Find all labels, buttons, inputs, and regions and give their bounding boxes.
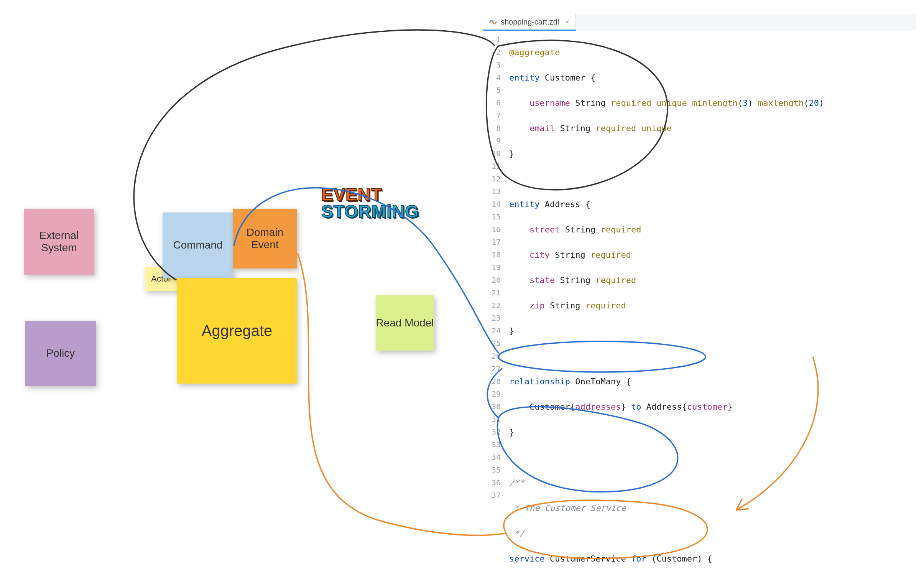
code-editor: shopping-cart.zdl × 1 2 3 4 5 6 7 8 9 10… bbox=[483, 14, 916, 562]
sticky-policy: Policy bbox=[25, 321, 96, 386]
sticky-label: Aggregate bbox=[202, 322, 273, 339]
sticky-command: Command bbox=[163, 213, 233, 278]
storming-text: STORMiNG bbox=[321, 203, 419, 220]
zenwave-icon bbox=[489, 18, 497, 26]
sticky-label: Command bbox=[173, 239, 222, 251]
sticky-label: Policy bbox=[46, 347, 75, 359]
sticky-aggregate: Aggregate bbox=[177, 278, 297, 384]
sticky-domain-event: Domain Event bbox=[233, 209, 297, 269]
line-number-gutter: 1 2 3 4 5 6 7 8 9 10 11 12 13 14 15 16 1… bbox=[483, 31, 505, 570]
editor-tabbar: shopping-cart.zdl × bbox=[483, 14, 916, 31]
sticky-label: Domain Event bbox=[233, 226, 297, 251]
sticky-external-system: External System bbox=[24, 209, 94, 275]
sticky-read-model: Read Model bbox=[376, 295, 434, 351]
sticky-label: Read Model bbox=[376, 317, 434, 329]
code-area[interactable]: @aggregate entity Customer { username St… bbox=[505, 31, 916, 570]
editor-tab-active[interactable]: shopping-cart.zdl × bbox=[483, 14, 576, 31]
event-text: EVENT bbox=[321, 186, 419, 203]
tab-filename: shopping-cart.zdl bbox=[501, 18, 559, 26]
event-storming-title: EVENT STORMiNG bbox=[321, 186, 419, 220]
close-icon[interactable]: × bbox=[565, 18, 569, 26]
sticky-label: External System bbox=[24, 229, 94, 254]
